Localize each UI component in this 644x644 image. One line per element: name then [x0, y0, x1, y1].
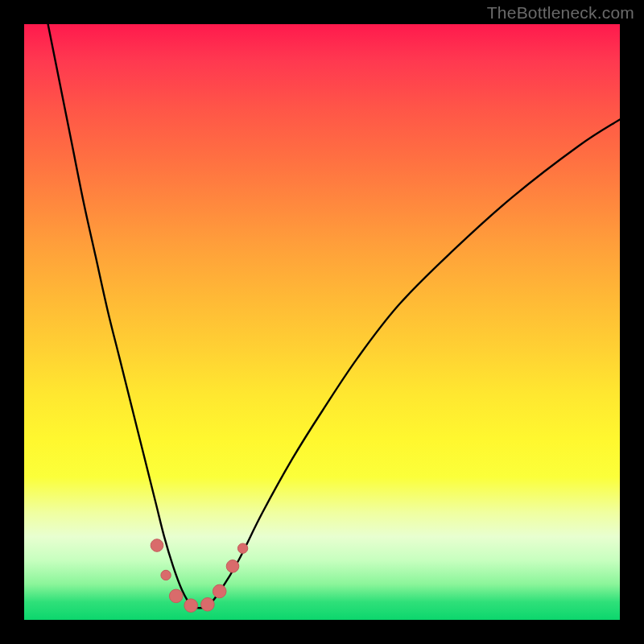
- watermark-text: TheBottleneck.com: [487, 3, 634, 23]
- curve-marker: [213, 584, 226, 598]
- chart-frame: TheBottleneck.com: [0, 0, 644, 644]
- curve-marker: [161, 570, 171, 580]
- bottleneck-curve: [24, 24, 620, 620]
- curve-marker: [237, 543, 247, 553]
- curve-marker: [226, 560, 239, 573]
- curve-marker: [169, 589, 183, 603]
- curve-marker: [184, 599, 198, 613]
- plot-area: [24, 24, 620, 620]
- curve-marker: [201, 598, 215, 612]
- curve-marker: [151, 539, 163, 552]
